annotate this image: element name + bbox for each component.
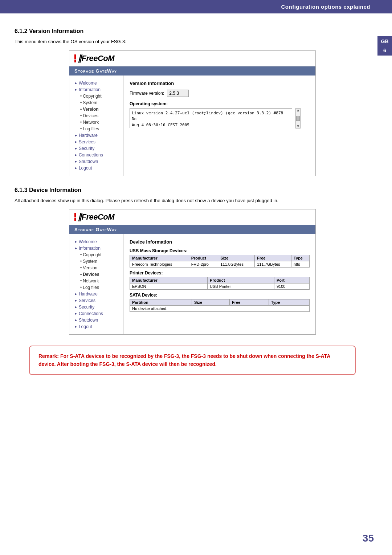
bullet-system-2: • bbox=[80, 259, 82, 264]
printer-header-row: Manufacturer Product Port bbox=[130, 277, 310, 283]
printer-section-title: Printer Devices: bbox=[130, 270, 310, 276]
bullet-version-2: • bbox=[80, 265, 82, 270]
nav-services-1[interactable]: ► Services bbox=[73, 139, 120, 145]
scroll-thumb[interactable] bbox=[296, 116, 300, 121]
os-text-container: Linux version 2.4.27-uc1 (root@lindev) (… bbox=[130, 108, 301, 128]
printer-col-port: Port bbox=[274, 277, 309, 283]
nav-security-2[interactable]: ► Security bbox=[73, 304, 120, 310]
nav-copyright-2[interactable]: • Copyright bbox=[79, 252, 120, 258]
arrow-welcome-2: ► bbox=[74, 240, 78, 244]
nav-version-2[interactable]: • Version bbox=[79, 265, 120, 271]
gb-label: GB bbox=[380, 38, 389, 44]
panel-body-1: ► Welcome ► Information • Copyright • Sy… bbox=[69, 76, 315, 176]
sata-header-row: Partition Size Free Type bbox=[130, 299, 310, 306]
nav-system-1[interactable]: • System bbox=[79, 99, 120, 106]
logo-text-1: ∥FreeCoM bbox=[78, 54, 114, 63]
arrow-shutdown-2: ► bbox=[74, 318, 78, 322]
nav-devices-2[interactable]: • Devices bbox=[79, 271, 120, 278]
scroll-up-arrow[interactable]: ▲ bbox=[296, 109, 300, 112]
usb-header-row: Manufacturer Product Size Free Type bbox=[130, 255, 310, 261]
section1-title: 6.1.2 Version Information bbox=[15, 28, 370, 34]
nav-system-2[interactable]: • System bbox=[79, 258, 120, 265]
os-label: Operating system: bbox=[130, 101, 310, 106]
arrow-connections-1: ► bbox=[74, 153, 78, 157]
nav-network-2[interactable]: • Network bbox=[79, 278, 120, 284]
nav-hardware-2[interactable]: ► Hardware bbox=[73, 291, 120, 297]
firmware-input[interactable] bbox=[167, 90, 189, 97]
os-text-line2: Aug 4 08:30:10 CEST 2005 bbox=[132, 123, 189, 127]
usb-free: 111.7GBytes bbox=[255, 261, 291, 268]
device-panel: ∥FreeCoM Storage GateWay ► Welcome ► Inf… bbox=[69, 209, 316, 335]
printer-manufacturer: EPSON bbox=[130, 283, 208, 290]
panel-nav-2: ► Welcome ► Information • Copyright • Sy… bbox=[69, 234, 124, 334]
arrow-welcome-1: ► bbox=[74, 81, 78, 85]
usb-manufacturer: Freecom Technologies bbox=[130, 261, 189, 268]
os-scrollbar[interactable]: ▲ ▼ bbox=[295, 108, 301, 128]
tab-number: 6 bbox=[380, 48, 389, 53]
storage-gateway-bar-1: Storage GateWay bbox=[69, 66, 315, 76]
nav-security-1[interactable]: ► Security bbox=[73, 145, 120, 152]
bullet-logfiles-1: • bbox=[80, 126, 82, 131]
printer-data-row: EPSON USB Printer 9100 bbox=[130, 283, 310, 290]
panel-body-2: ► Welcome ► Information • Copyright • Sy… bbox=[69, 234, 315, 334]
nav-logfiles-1[interactable]: • Log files bbox=[79, 126, 120, 132]
usb-data-row: Freecom Technologies FHD-2pro 111.8GByte… bbox=[130, 261, 310, 268]
logo-bar-short-2 bbox=[74, 218, 76, 221]
scroll-down-arrow[interactable]: ▼ bbox=[296, 125, 300, 128]
arrow-hardware-1: ► bbox=[74, 134, 78, 137]
nav-information-2[interactable]: ► Information bbox=[73, 245, 120, 252]
nav-welcome-1[interactable]: ► Welcome bbox=[73, 80, 120, 86]
nav-welcome-2[interactable]: ► Welcome bbox=[73, 238, 120, 245]
firmware-row: Firmware version: bbox=[130, 90, 310, 97]
nav-logout-2[interactable]: ► Logout bbox=[73, 323, 120, 330]
arrow-info-2: ► bbox=[74, 246, 78, 250]
section2-desc: All attached devices show up in this dia… bbox=[15, 197, 370, 204]
printer-col-product: Product bbox=[208, 277, 274, 283]
tab-divider bbox=[380, 46, 389, 46]
nav-network-1[interactable]: • Network bbox=[79, 119, 120, 126]
sata-col-size: Size bbox=[192, 299, 230, 306]
logo-bar-tall-2 bbox=[74, 213, 76, 217]
remark-text: Remark: For S-ATA devices to be recogniz… bbox=[38, 353, 330, 367]
arrow-security-1: ► bbox=[74, 147, 78, 150]
arrow-logout-1: ► bbox=[74, 166, 78, 170]
nav-information-1[interactable]: ► Information bbox=[73, 86, 120, 93]
gb-tab: GB 6 bbox=[377, 36, 392, 56]
sata-col-free: Free bbox=[229, 299, 269, 306]
panel-main-1: Version Information Firmware version: Op… bbox=[124, 76, 315, 176]
nav-version-1[interactable]: • Version bbox=[79, 106, 120, 113]
arrow-services-1: ► bbox=[74, 140, 78, 144]
nav-connections-2[interactable]: ► Connections bbox=[73, 310, 120, 317]
nav-copyright-1[interactable]: • Copyright bbox=[79, 93, 120, 99]
freecom-logo-1: ∥FreeCoM bbox=[74, 54, 310, 63]
arrow-info-1: ► bbox=[74, 88, 78, 91]
firmware-label: Firmware version: bbox=[130, 91, 164, 96]
printer-col-manufacturer: Manufacturer bbox=[130, 277, 208, 283]
panel-nav-1: ► Welcome ► Information • Copyright • Sy… bbox=[69, 76, 124, 176]
arrow-security-2: ► bbox=[74, 305, 78, 309]
logo-bar-2: ∥FreeCoM bbox=[69, 209, 315, 225]
nav-hardware-1[interactable]: ► Hardware bbox=[73, 132, 120, 139]
main-content: 6.1.2 Version Information This menu item… bbox=[0, 13, 392, 389]
sata-no-device-row: No device attached. bbox=[130, 306, 310, 312]
nav-devices-1[interactable]: • Devices bbox=[79, 113, 120, 119]
nav-shutdown-1[interactable]: ► Shutdown bbox=[73, 158, 120, 165]
nav-connections-1[interactable]: ► Connections bbox=[73, 152, 120, 158]
bullet-system-1: • bbox=[80, 100, 82, 105]
nav-shutdown-2[interactable]: ► Shutdown bbox=[73, 317, 120, 323]
nav-logout-1[interactable]: ► Logout bbox=[73, 165, 120, 171]
nav-logfiles-2[interactable]: • Log files bbox=[79, 284, 120, 291]
os-text-line1: Linux version 2.4.27-uc1 (root@lindev) (… bbox=[132, 111, 283, 122]
arrow-hardware-2: ► bbox=[74, 292, 78, 296]
page-number: 35 bbox=[363, 532, 374, 544]
logo-bar-1: ∥FreeCoM bbox=[69, 51, 315, 66]
header-title: Configuration options explained bbox=[281, 4, 371, 10]
nav-services-2[interactable]: ► Services bbox=[73, 297, 120, 304]
version-info-title: Version Information bbox=[130, 81, 310, 86]
printer-table: Manufacturer Product Port EPSON USB Prin… bbox=[130, 277, 310, 290]
bullet-version-1: • bbox=[80, 107, 82, 112]
usb-col-product: Product bbox=[189, 255, 218, 261]
usb-table: Manufacturer Product Size Free Type Free… bbox=[130, 255, 310, 268]
remark-box: Remark: For S-ATA devices to be recogniz… bbox=[29, 346, 356, 375]
sata-col-partition: Partition bbox=[130, 299, 192, 306]
